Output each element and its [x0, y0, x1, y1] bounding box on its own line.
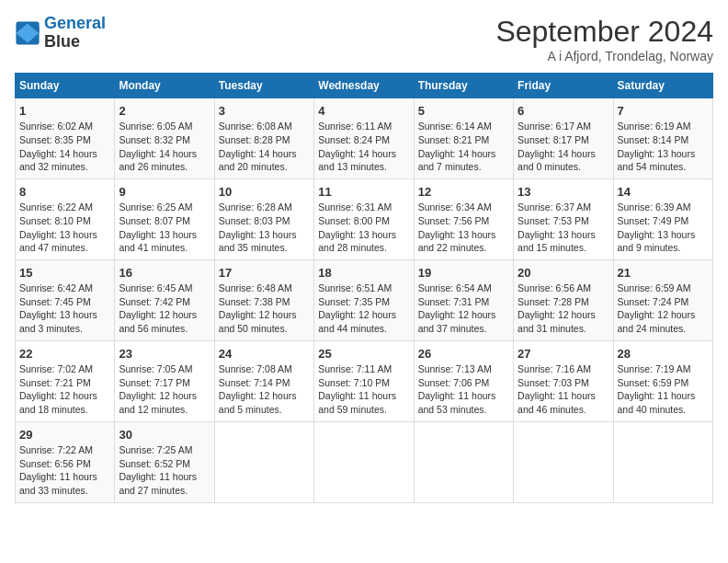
- calendar-cell: 7Sunrise: 6:19 AMSunset: 8:14 PMDaylight…: [613, 98, 712, 179]
- sunrise: Sunrise: 6:48 AM: [219, 282, 292, 293]
- daylight: Daylight: 11 hours and 53 minutes.: [418, 390, 496, 415]
- day-number: 13: [518, 184, 609, 201]
- day-number: 30: [119, 427, 210, 443]
- calendar-cell: 4Sunrise: 6:11 AMSunset: 8:24 PMDaylight…: [314, 98, 414, 179]
- col-saturday: Saturday: [613, 74, 712, 98]
- day-number: 15: [19, 265, 110, 282]
- sunset: Sunset: 7:21 PM: [19, 377, 91, 388]
- sunset: Sunset: 8:03 PM: [219, 215, 290, 226]
- daylight: Daylight: 12 hours and 5 minutes.: [219, 390, 297, 415]
- sunset: Sunset: 7:42 PM: [119, 296, 190, 307]
- calendar-cell: 24Sunrise: 7:08 AMSunset: 7:14 PMDayligh…: [214, 340, 313, 421]
- daylight: Daylight: 12 hours and 50 minutes.: [219, 309, 297, 334]
- day-number: 12: [418, 184, 509, 201]
- day-number: 24: [219, 346, 310, 362]
- sunrise: Sunrise: 6:02 AM: [19, 121, 93, 132]
- sunset: Sunset: 8:35 PM: [19, 134, 91, 145]
- day-number: 19: [418, 265, 509, 282]
- sunset: Sunset: 7:10 PM: [318, 377, 390, 388]
- sunrise: Sunrise: 6:45 AM: [119, 282, 192, 293]
- sunset: Sunset: 7:45 PM: [19, 296, 91, 307]
- col-sunday: Sunday: [16, 74, 115, 98]
- calendar-cell: [314, 421, 414, 502]
- day-number: 1: [19, 103, 110, 120]
- sunrise: Sunrise: 6:25 AM: [119, 201, 192, 213]
- day-number: 16: [119, 265, 210, 282]
- col-friday: Friday: [514, 74, 613, 98]
- sunset: Sunset: 6:52 PM: [119, 458, 190, 469]
- logo-line2: Blue: [44, 33, 106, 52]
- calendar-cell: 17Sunrise: 6:48 AMSunset: 7:38 PMDayligh…: [214, 259, 313, 340]
- calendar-cell: 20Sunrise: 6:56 AMSunset: 7:28 PMDayligh…: [514, 259, 613, 340]
- calendar-cell: 26Sunrise: 7:13 AMSunset: 7:06 PMDayligh…: [414, 340, 513, 421]
- calendar-cell: 29Sunrise: 7:22 AMSunset: 6:56 PMDayligh…: [16, 421, 115, 502]
- sunset: Sunset: 8:00 PM: [318, 215, 390, 226]
- sunset: Sunset: 8:14 PM: [618, 134, 689, 145]
- sunset: Sunset: 8:07 PM: [119, 215, 190, 226]
- sunrise: Sunrise: 6:17 AM: [518, 121, 591, 132]
- sunset: Sunset: 7:06 PM: [418, 377, 490, 388]
- sunrise: Sunrise: 7:13 AM: [418, 363, 492, 374]
- sunset: Sunset: 7:53 PM: [518, 215, 589, 226]
- calendar-cell: 1Sunrise: 6:02 AMSunset: 8:35 PMDaylight…: [16, 98, 115, 179]
- sunset: Sunset: 6:56 PM: [19, 458, 91, 469]
- sunrise: Sunrise: 6:42 AM: [19, 282, 93, 293]
- location-title: A i Afjord, Trondelag, Norway: [495, 49, 713, 63]
- daylight: Daylight: 13 hours and 22 minutes.: [418, 229, 496, 254]
- daylight: Daylight: 11 hours and 33 minutes.: [19, 471, 97, 496]
- sunset: Sunset: 7:17 PM: [119, 377, 190, 388]
- daylight: Daylight: 13 hours and 54 minutes.: [618, 148, 696, 173]
- day-number: 22: [19, 346, 110, 362]
- sunset: Sunset: 7:56 PM: [418, 215, 490, 226]
- calendar-cell: 12Sunrise: 6:34 AMSunset: 7:56 PMDayligh…: [414, 178, 513, 259]
- day-number: 28: [618, 346, 709, 362]
- daylight: Daylight: 11 hours and 40 minutes.: [618, 390, 696, 415]
- sunset: Sunset: 7:49 PM: [618, 215, 689, 226]
- sunrise: Sunrise: 6:56 AM: [518, 282, 591, 293]
- calendar-cell: 23Sunrise: 7:05 AMSunset: 7:17 PMDayligh…: [115, 340, 214, 421]
- sunrise: Sunrise: 7:16 AM: [518, 363, 591, 374]
- calendar-cell: 19Sunrise: 6:54 AMSunset: 7:31 PMDayligh…: [414, 259, 513, 340]
- calendar-cell: 5Sunrise: 6:14 AMSunset: 8:21 PMDaylight…: [414, 98, 513, 179]
- day-number: 21: [618, 265, 709, 282]
- logo-text: General Blue: [44, 15, 106, 52]
- daylight: Daylight: 12 hours and 12 minutes.: [119, 390, 197, 415]
- calendar-week-2: 8Sunrise: 6:22 AMSunset: 8:10 PMDaylight…: [16, 178, 713, 259]
- header-row: Sunday Monday Tuesday Wednesday Thursday…: [16, 74, 713, 98]
- day-number: 9: [119, 184, 210, 201]
- daylight: Daylight: 14 hours and 32 minutes.: [19, 148, 97, 173]
- day-number: 7: [618, 103, 709, 120]
- sunset: Sunset: 8:32 PM: [119, 134, 190, 145]
- day-number: 14: [618, 184, 709, 201]
- sunset: Sunset: 8:21 PM: [418, 134, 490, 145]
- logo-icon: [15, 20, 40, 46]
- daylight: Daylight: 13 hours and 35 minutes.: [219, 229, 297, 254]
- daylight: Daylight: 11 hours and 27 minutes.: [119, 471, 197, 496]
- col-thursday: Thursday: [414, 74, 513, 98]
- calendar-cell: [214, 421, 313, 502]
- daylight: Daylight: 12 hours and 44 minutes.: [318, 309, 396, 334]
- calendar-body: 1Sunrise: 6:02 AMSunset: 8:35 PMDaylight…: [16, 98, 713, 503]
- daylight: Daylight: 12 hours and 37 minutes.: [418, 309, 496, 334]
- daylight: Daylight: 12 hours and 18 minutes.: [19, 390, 97, 415]
- day-number: 26: [418, 346, 509, 362]
- day-number: 20: [518, 265, 609, 282]
- day-number: 18: [318, 265, 409, 282]
- logo: General Blue: [15, 15, 106, 52]
- sunrise: Sunrise: 7:11 AM: [318, 363, 392, 374]
- day-number: 8: [19, 184, 110, 201]
- sunset: Sunset: 7:24 PM: [618, 296, 689, 307]
- calendar-cell: 15Sunrise: 6:42 AMSunset: 7:45 PMDayligh…: [16, 259, 115, 340]
- sunset: Sunset: 8:10 PM: [19, 215, 91, 226]
- daylight: Daylight: 13 hours and 3 minutes.: [19, 309, 97, 334]
- calendar-header: Sunday Monday Tuesday Wednesday Thursday…: [16, 74, 713, 98]
- sunset: Sunset: 7:14 PM: [219, 377, 290, 388]
- calendar-cell: 10Sunrise: 6:28 AMSunset: 8:03 PMDayligh…: [214, 178, 313, 259]
- calendar-cell: 22Sunrise: 7:02 AMSunset: 7:21 PMDayligh…: [16, 340, 115, 421]
- calendar-cell: 3Sunrise: 6:08 AMSunset: 8:28 PMDaylight…: [214, 98, 313, 179]
- day-number: 25: [318, 346, 409, 362]
- calendar-cell: 28Sunrise: 7:19 AMSunset: 6:59 PMDayligh…: [613, 340, 712, 421]
- header: General Blue September 2024 A i Afjord, …: [15, 15, 713, 63]
- day-number: 10: [219, 184, 310, 201]
- day-number: 27: [518, 346, 609, 362]
